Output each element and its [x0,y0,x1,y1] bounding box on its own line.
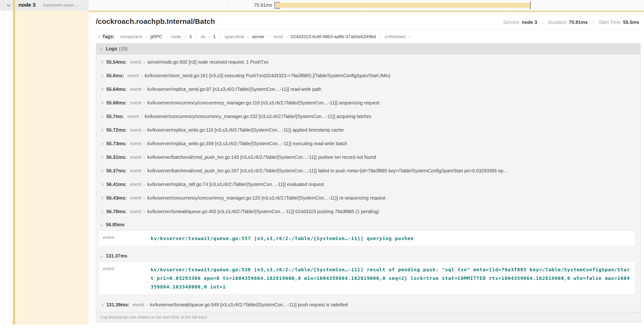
chevron-right-icon[interactable] [100,303,103,306]
log-entry-expanded-header[interactable]: 56.85ms [96,218,640,230]
log-field-value: kv/kvserver/store_send.go:161 [n3,s3] ex… [145,73,390,78]
log-equals: = [143,169,146,173]
tag-equals: = [208,35,210,39]
log-entry-row[interactable]: 55.68ms: event = kv/kvserver/concurrency… [96,96,640,110]
start-time-label: Start Time: [599,20,622,25]
log-field-key: event [130,168,142,174]
chevron-right-icon[interactable] [100,169,103,172]
service-color-stripe [13,0,15,325]
log-field-key: event [133,302,144,308]
tag-pill[interactable]: unfinished = [380,34,416,39]
tag-equals: = [408,35,410,39]
tag-pill[interactable]: span.kind = server [220,34,268,39]
tag-key: txnid [274,34,283,39]
tag-key: node [171,34,181,39]
chevron-down-icon[interactable] [100,47,103,50]
tag-pill[interactable]: txnid = 024d3323-6c8f-4863-aa8b-37ab0e63… [269,34,380,39]
duration-value: 75.91ms [569,20,588,25]
chevron-right-icon[interactable] [100,156,103,159]
chevron-right-icon[interactable] [100,142,103,145]
tag-key: unfinished [385,34,406,39]
log-field-value: kv/kvserver/concurrency/concurrency_mana… [147,100,380,106]
log-equals: = [143,156,146,160]
log-entry-row[interactable]: 55.7ms: event = kv/kvserver/concurrency/… [96,110,640,123]
chevron-right-icon[interactable] [100,60,103,64]
log-timestamp: 55.73ms: [106,141,127,146]
log-field-key: event [130,127,142,133]
tag-equals: = [145,35,147,39]
log-field-key: event [130,100,142,106]
tag-value: 1 [213,34,216,39]
chevron-down-icon[interactable] [100,223,103,226]
log-entry-row[interactable]: 56.43ms: event = kv/kvserver/concurrency… [96,191,640,205]
span-timeline-row[interactable]: node 3 /cockroach.roach… 75.91ms [0,0,644,11]
log-timestamp: 55.72ms: [106,127,127,133]
log-field-value: kv/kvserver/txnwait/queue.go:549 [n3,s3,… [150,302,348,308]
start-time-value: 55.5ms [623,20,639,25]
tag-pill[interactable]: component = gRPC [116,34,166,39]
log-entry-row[interactable]: 55.64ms: event = kv/kvserver/replica_sen… [96,82,640,96]
chevron-right-icon[interactable] [100,196,103,200]
tag-equals: = [184,35,186,39]
log-entry-row[interactable]: 55.6ms: event = kv/kvserver/store_send.g… [96,69,640,82]
logs-header[interactable]: Logs (15) [96,44,640,54]
log-field-key: event [128,114,139,119]
duration-label: Duration: [548,20,568,25]
chevron-right-icon[interactable] [100,183,103,186]
tags-row[interactable]: Tags: component = gRPC node = 3 sb = 1 s… [96,34,641,39]
log-timestamp: 131.37ms [106,253,127,259]
log-entry-row[interactable]: 56.78ms: event = kv/kvserver/txnwait/que… [96,205,640,218]
log-entry-row[interactable]: 131.39ms: event = kv/kvserver/txnwait/qu… [96,298,640,312]
chevron-right-icon[interactable] [100,74,103,77]
log-timestamp: 55.68ms: [106,100,127,106]
log-field-key: event [130,141,142,146]
log-field-key: event [130,182,142,187]
log-timestamp: 56.37ms: [106,168,127,174]
log-entry-row[interactable]: 56.37ms: event = kv/kvserver/batcheval/c… [96,164,640,178]
tag-value: gRPC [150,34,162,39]
log-entry-row[interactable]: 55.73ms: event = kv/kvserver/replica_wri… [96,137,640,150]
log-equals: = [146,303,148,307]
logs-title: Logs [106,46,117,52]
log-equals: = [143,142,146,146]
log-equals: = [143,60,146,64]
tag-key: sb [200,34,205,39]
service-label: Service: [503,20,520,25]
chevron-down-icon[interactable] [100,254,103,258]
span-detail-panel: /cockroach.roachpb.Internal/Batch Servic… [89,11,644,325]
log-field-value: kv/kvserver/txnwait/queue.go:455 [n3,s3,… [147,209,379,214]
log-entry-row[interactable]: 55.72ms: event = kv/kvserver/replica_wri… [96,123,640,137]
span-duration-bar[interactable] [276,3,530,8]
log-entry-row[interactable]: 55.54ms: event = server/node.go:902 [n3]… [96,55,640,69]
log-entry-expanded: 56.85ms event kv/kvserver/txnwait/queue.… [96,218,640,246]
log-field-value: kv/kvserver/replica_write.go:110 [n3,s3,… [147,127,344,133]
timeline-gridline [228,0,228,11]
log-timestamp: 56.78ms: [106,209,127,214]
service-value: node 3 [522,20,537,25]
chevron-right-icon[interactable] [100,115,103,118]
log-entry-expanded-header[interactable]: 131.37ms [96,250,640,261]
log-field-value: kv/kvserver/txnwait/queue.go:557 [n3,s3,… [151,234,414,243]
log-field-value: kv/kvserver/concurrency/concurrency_mana… [145,114,371,119]
log-field-key: event [128,73,139,78]
logs-count: (15) [119,46,128,52]
log-field-key: event [130,59,142,65]
log-field-value: kv/kvserver/replica_send.go:97 [n3,s3,r6… [147,86,321,92]
span-duration-label: 75.91ms [239,2,272,8]
chevron-right-icon[interactable] [100,88,103,91]
tag-pill[interactable]: node = 3 [166,34,196,39]
chevron-right-icon[interactable] [100,128,103,132]
chevron-right-icon[interactable] [100,210,103,213]
log-entry-row[interactable]: 56.41ms: event = kv/kvserver/replica_raf… [96,178,640,191]
chevron-right-icon[interactable] [97,35,100,38]
log-field-value: server/node.go:902 [n3] node received re… [147,59,268,65]
chevron-right-icon[interactable] [100,101,103,104]
page-title: /cockroach.roachpb.Internal/Batch [96,18,215,26]
log-fields-table: event kv/kvserver/txnwait/queue.go:538 [… [98,262,635,295]
log-fields-table: event kv/kvserver/txnwait/queue.go:557 [… [98,230,635,246]
tag-equals: = [247,35,249,39]
log-entry-row[interactable]: 56.31ms: event = kv/kvserver/batcheval/c… [96,150,640,164]
tags-label: Tags: [102,34,115,39]
tag-pill[interactable]: sb = 1 [196,34,220,39]
log-field-row: event kv/kvserver/txnwait/queue.go:557 [… [99,231,635,246]
